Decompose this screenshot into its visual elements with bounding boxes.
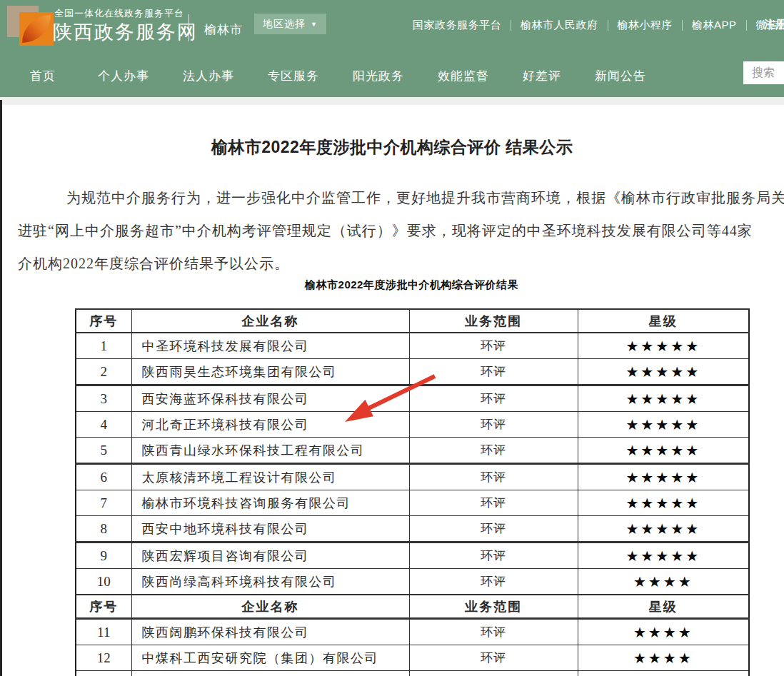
cell-no: 9: [76, 543, 131, 569]
cell-name: 榆林市环境科技咨询服务有限公司: [131, 490, 409, 516]
cell-no: 3: [76, 385, 131, 412]
divider: [189, 14, 189, 41]
table-row: 7榆林市环境科技咨询服务有限公司环评★★★★★: [76, 490, 749, 516]
cell-name: 西安中地环境科技有限公司: [131, 516, 409, 543]
cell-scope: 环评: [409, 619, 578, 645]
cell-stars: ★★★★: [578, 619, 749, 645]
cell-name: 中圣环境科技发展有限公司: [131, 333, 409, 359]
cell-name: 太原核清环境工程设计有限公司: [131, 464, 409, 490]
region-selector-label: 地区选择: [263, 18, 306, 31]
page-title: 榆林市2022年度涉批中介机构综合评价 结果公示: [0, 136, 784, 158]
divider: [608, 20, 608, 31]
nav-item-7[interactable]: 新闻公告: [595, 68, 646, 84]
register-link[interactable]: 注册: [764, 18, 784, 31]
nav-item-5[interactable]: 效能监督: [438, 68, 489, 84]
cell-scope: 环评: [409, 333, 578, 359]
cell-name: 渭南华山环保科技发展有限责任公司: [131, 671, 409, 676]
cell-scope: 环评: [409, 464, 578, 490]
site-header: 全国一体化在线政务服务平台 陕西政务服务网 榆林市 地区选择 ▼ 国家政务服务平…: [0, 0, 784, 97]
results-table: 序号企业名称业务范围星级1中圣环境科技发展有限公司环评★★★★★2陕西雨昊生态环…: [75, 308, 750, 676]
cell-no: 10: [76, 569, 131, 595]
table-row: 3西安海蓝环保科技有限公司环评★★★★★: [76, 385, 749, 412]
nav-item-0[interactable]: 首页: [30, 68, 56, 84]
cell-stars: ★★★★★: [578, 438, 749, 464]
cell-stars: ★★★★: [578, 671, 749, 676]
search-input[interactable]: [743, 61, 784, 84]
quick-link-0[interactable]: 国家政务服务平台: [413, 19, 501, 32]
table-row: 12中煤科工西安研究院（集团）有限公司环评★★★★: [76, 645, 749, 671]
cell-no: 4: [76, 412, 131, 438]
table-row: 6太原核清环境工程设计有限公司环评★★★★★: [76, 464, 749, 490]
results-table-body: 序号企业名称业务范围星级1中圣环境科技发展有限公司环评★★★★★2陕西雨昊生态环…: [76, 309, 749, 676]
cell-stars: ★★★★★: [578, 385, 749, 412]
divider: [511, 20, 511, 31]
cell-scope: 环评: [409, 438, 578, 464]
cell-no: 2: [76, 359, 131, 385]
cell-name: 陕西阔鹏环保科技有限公司: [131, 619, 409, 645]
paragraph-line: 为规范中介服务行为，进一步强化中介监管工作，更好地提升我市营商环境，根据《榆林市…: [0, 188, 784, 208]
table-row: 1中圣环境科技发展有限公司环评★★★★★: [76, 333, 749, 359]
cell-no: 12: [76, 645, 131, 671]
table-row: 4河北奇正环境科技有限公司环评★★★★★: [76, 412, 749, 438]
table-header-row: 序号企业名称业务范围星级: [76, 595, 749, 619]
column-header-no: 序号: [76, 309, 131, 333]
screen-edge-artifact: [0, 100, 2, 676]
nav-item-4[interactable]: 阳光政务: [353, 68, 404, 84]
logo-orange-square: [19, 12, 54, 46]
cell-scope: 环评: [409, 359, 578, 385]
current-city-label: 榆林市: [204, 21, 243, 38]
cell-no: 1: [76, 333, 131, 359]
cell-no: 11: [76, 619, 131, 645]
platform-tagline: 全国一体化在线政务服务平台: [54, 7, 184, 20]
table-row: 2陕西雨昊生态环境集团有限公司环评★★★★★: [76, 359, 749, 385]
table-row: 8西安中地环境科技有限公司环评★★★★★: [76, 516, 749, 543]
column-header-scope: 业务范围: [409, 595, 578, 619]
cell-stars: ★★★★★: [578, 412, 749, 438]
quick-link-1[interactable]: 榆林市人民政府: [521, 19, 598, 32]
column-header-name: 企业名称: [131, 309, 409, 333]
cell-no: 6: [76, 464, 131, 490]
column-header-stars: 星级: [578, 309, 749, 333]
table-row: 5陕西青山绿水环保科技工程有限公司环评★★★★★: [76, 438, 749, 464]
cell-no: 13: [76, 671, 131, 676]
nav-item-1[interactable]: 个人办事: [98, 68, 149, 84]
cell-scope: 环评: [409, 645, 578, 671]
cell-scope: 环评: [409, 516, 578, 543]
site-logo-icon[interactable]: [7, 4, 53, 46]
nav-item-3[interactable]: 专区服务: [268, 68, 319, 84]
cell-scope: 环评: [409, 385, 578, 412]
cell-stars: ★★★★: [578, 569, 749, 595]
cell-stars: ★★★★★: [578, 464, 749, 490]
cell-stars: ★★★★★: [578, 490, 749, 516]
cell-name: 河北奇正环境科技有限公司: [131, 412, 409, 438]
column-header-no: 序号: [76, 595, 131, 619]
nav-item-2[interactable]: 法人办事: [183, 68, 234, 84]
nav-item-6[interactable]: 好差评: [523, 68, 561, 84]
page-divider-strip: [0, 97, 784, 105]
table-row: 10陕西尚绿高科环境科技有限公司环评★★★★: [76, 569, 749, 595]
quick-link-3[interactable]: 榆林APP: [692, 19, 737, 32]
cell-name: 陕西宏辉项目咨询有限公司: [131, 543, 409, 569]
logo-leaf-icon: [22, 15, 51, 43]
cell-stars: ★★★★★: [578, 543, 749, 569]
paragraph-line: 介机构2022年度综合评价结果予以公示。: [0, 254, 784, 273]
paragraph-line: 进驻“网上中介服务超市”中介机构考评管理规定（试行）》要求，现将评定的中圣环境科…: [0, 221, 784, 241]
main-nav: 首页个人办事法人办事专区服务阳光政务效能监督好差评新闻公告: [30, 68, 646, 84]
chevron-down-icon: ▼: [311, 21, 318, 28]
cell-stars: ★★★★: [578, 645, 749, 671]
table-caption: 榆林市2022年度涉批中介机构综合评价结果: [75, 278, 748, 292]
site-name[interactable]: 陕西政务服务网: [53, 19, 198, 45]
table-row: 11陕西阔鹏环保科技有限公司环评★★★★: [76, 619, 749, 645]
cell-stars: ★★★★★: [578, 516, 749, 543]
column-header-name: 企业名称: [131, 595, 409, 619]
cell-name: 陕西青山绿水环保科技工程有限公司: [131, 438, 409, 464]
cell-stars: ★★★★★: [578, 333, 749, 359]
table-row: 9陕西宏辉项目咨询有限公司环评★★★★★: [76, 543, 749, 569]
quick-link-2[interactable]: 榆林小程序: [618, 19, 673, 32]
cell-stars: ★★★★★: [578, 359, 749, 385]
cell-name: 陕西雨昊生态环境集团有限公司: [131, 359, 409, 385]
cell-scope: 环评: [409, 569, 578, 595]
region-selector-button[interactable]: 地区选择 ▼: [254, 14, 326, 34]
column-header-scope: 业务范围: [409, 309, 578, 333]
column-header-stars: 星级: [578, 595, 749, 619]
